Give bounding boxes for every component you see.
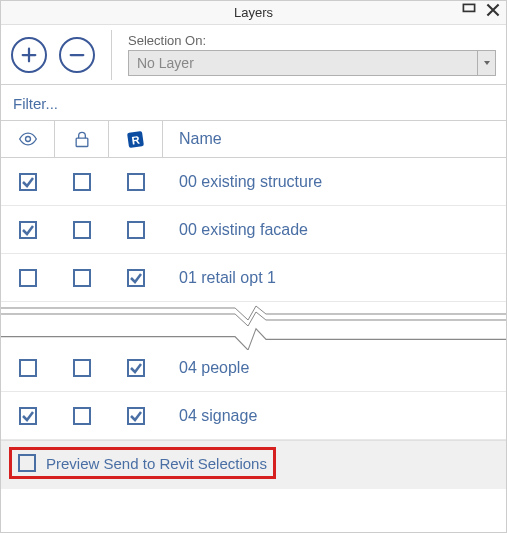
revit-checkbox[interactable] [127,173,145,191]
selection-dropdown[interactable]: No Layer [128,50,496,76]
revit-checkbox[interactable] [127,359,145,377]
layer-name: 04 people [163,359,506,377]
visibility-checkbox[interactable] [19,269,37,287]
preview-revit-checkbox[interactable] [18,454,36,472]
add-layer-button[interactable] [11,37,47,73]
visibility-header[interactable] [1,121,55,157]
undock-icon[interactable] [462,3,476,17]
filter-input[interactable]: Filter... [1,85,506,120]
lock-checkbox[interactable] [73,173,91,191]
visibility-checkbox[interactable] [19,173,37,191]
list-break [1,302,506,326]
toolbar: Selection On: No Layer [1,25,506,85]
layer-rows-top: 00 existing structure00 existing facade0… [1,158,506,302]
lock-checkbox[interactable] [73,221,91,239]
selection-group: Selection On: No Layer [128,33,496,76]
layer-name: 00 existing structure [163,173,506,191]
revit-checkbox[interactable] [127,221,145,239]
window-controls [462,3,500,17]
revit-checkbox[interactable] [127,269,145,287]
layer-row[interactable]: 00 existing facade [1,206,506,254]
preview-revit-label: Preview Send to Revit Selections [46,455,267,472]
visibility-checkbox[interactable] [19,221,37,239]
revit-checkbox[interactable] [127,407,145,425]
layer-rows-bottom: 04 people04 signage [1,344,506,440]
visibility-checkbox[interactable] [19,407,37,425]
lock-icon [72,129,92,149]
eye-icon [18,129,38,149]
name-header[interactable]: Name [163,130,506,148]
svg-rect-0 [463,4,474,11]
lock-header[interactable] [55,121,109,157]
layer-row[interactable]: 04 signage [1,392,506,440]
title-bar: Layers [1,1,506,25]
layer-row[interactable]: 04 people [1,344,506,392]
visibility-checkbox[interactable] [19,359,37,377]
layer-name: 01 retail opt 1 [163,269,506,287]
revit-header[interactable]: R [109,121,163,157]
close-icon[interactable] [486,3,500,17]
svg-point-1 [25,137,30,142]
layer-row[interactable]: 01 retail opt 1 [1,254,506,302]
lock-checkbox[interactable] [73,269,91,287]
svg-rect-2 [76,138,88,146]
revit-icon: R [126,129,146,149]
remove-layer-button[interactable] [59,37,95,73]
chevron-down-icon [477,51,495,75]
list-break [1,326,506,344]
selection-value: No Layer [129,55,477,71]
footer: Preview Send to Revit Selections [1,441,506,489]
selection-label: Selection On: [128,33,496,48]
lock-checkbox[interactable] [73,359,91,377]
panel-title: Layers [234,5,273,20]
layer-name: 04 signage [163,407,506,425]
layer-name: 00 existing facade [163,221,506,239]
column-headers: R Name [1,120,506,158]
lock-checkbox[interactable] [73,407,91,425]
preview-revit-highlight: Preview Send to Revit Selections [9,447,276,479]
divider [111,30,112,80]
layer-row[interactable]: 00 existing structure [1,158,506,206]
